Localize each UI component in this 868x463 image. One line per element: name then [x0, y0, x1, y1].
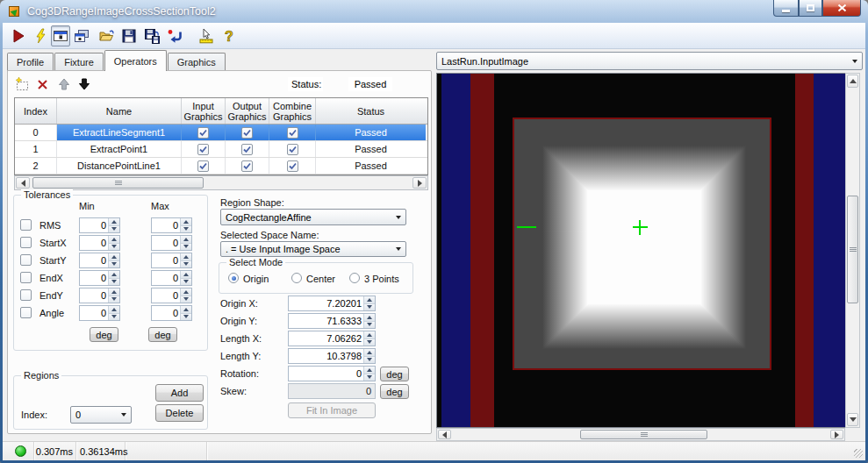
tab-graphics[interactable]: Graphics: [168, 53, 226, 71]
spin-down[interactable]: [181, 296, 191, 303]
starty-max-spinner[interactable]: 0: [151, 253, 192, 268]
scroll-left-button[interactable]: [438, 430, 451, 439]
checkbox-checked[interactable]: [287, 160, 298, 172]
rms-min-spinner[interactable]: 0: [79, 217, 120, 233]
endy-max-spinner[interactable]: 0: [151, 288, 192, 303]
spin-up[interactable]: [181, 236, 191, 243]
region-shape-dropdown[interactable]: CogRectangleAffine: [220, 209, 406, 225]
starty-min-spinner[interactable]: 0: [79, 253, 120, 268]
rotation-spinner[interactable]: 0: [288, 366, 376, 381]
help-button[interactable]: ?: [219, 25, 239, 46]
region-index-dropdown[interactable]: 0: [70, 406, 132, 424]
checkbox-checked[interactable]: [241, 160, 253, 172]
scroll-up-button[interactable]: [847, 75, 858, 88]
angle-min-spinner[interactable]: 0: [79, 305, 120, 321]
rms-max-spinner[interactable]: 0: [151, 217, 192, 233]
max-deg-button[interactable]: deg: [148, 327, 177, 342]
tab-fixture[interactable]: Fixture: [54, 53, 104, 71]
spin-up[interactable]: [181, 218, 191, 225]
angle-checkbox[interactable]: [20, 307, 32, 318]
table-scrollbar[interactable]: [14, 175, 428, 190]
scrollbar-thumb[interactable]: [580, 430, 707, 439]
reset-button[interactable]: [165, 25, 184, 46]
col-combine-graphics[interactable]: Combine Graphics: [269, 98, 316, 124]
resize-grip[interactable]: [854, 449, 863, 458]
add-region-button[interactable]: Add: [155, 384, 204, 402]
endy-min-spinner[interactable]: 0: [79, 288, 120, 303]
origin-radio[interactable]: [228, 273, 239, 283]
image-source-dropdown[interactable]: LastRun.InputImage: [436, 52, 863, 70]
starty-checkbox[interactable]: [20, 254, 32, 266]
electric-trigger-button[interactable]: [32, 25, 51, 46]
image-h-scrollbar[interactable]: [436, 428, 845, 441]
table-row[interactable]: 0 ExtractLineSegment1 Passed: [15, 125, 427, 141]
spin-up[interactable]: [109, 218, 119, 225]
spin-down[interactable]: [364, 321, 375, 329]
spin-up[interactable]: [364, 331, 375, 338]
move-down-button[interactable]: [75, 75, 93, 93]
table-row[interactable]: 2 DistancePointLine1 Passed: [15, 158, 427, 175]
checkbox-checked[interactable]: [241, 144, 253, 155]
region-rectangle-graphic[interactable]: [513, 118, 771, 370]
spin-down[interactable]: [364, 303, 375, 311]
spin-down[interactable]: [181, 243, 191, 251]
col-input-graphics[interactable]: Input Graphics: [182, 98, 226, 124]
spin-up[interactable]: [364, 349, 375, 356]
origin-x-spinner[interactable]: 7.20201: [288, 296, 376, 311]
title-bar[interactable]: Cog3DRangeImageCrossSectionTool2: [0, 0, 868, 23]
min-deg-button[interactable]: deg: [90, 327, 118, 342]
spin-down[interactable]: [181, 225, 191, 233]
show-current-params-button[interactable]: [51, 25, 70, 46]
spin-down[interactable]: [109, 243, 119, 251]
col-status[interactable]: Status: [316, 98, 426, 124]
spin-down[interactable]: [364, 338, 375, 346]
spin-up[interactable]: [181, 306, 191, 313]
endx-min-spinner[interactable]: 0: [79, 270, 120, 286]
spin-down[interactable]: [364, 356, 375, 364]
spin-down[interactable]: [181, 278, 191, 286]
spin-up[interactable]: [181, 253, 191, 260]
image-viewport[interactable]: [436, 73, 845, 428]
startx-max-spinner[interactable]: 0: [151, 235, 192, 251]
table-row[interactable]: 1 ExtractPoint1 Passed: [15, 141, 427, 158]
run-button[interactable]: [9, 25, 28, 46]
add-operator-button[interactable]: [13, 75, 31, 93]
spin-up[interactable]: [181, 271, 191, 278]
spin-up[interactable]: [109, 271, 119, 278]
checkbox-checked[interactable]: [241, 127, 253, 139]
col-name[interactable]: Name: [57, 98, 182, 124]
scroll-right-button[interactable]: [830, 430, 843, 439]
delete-operator-button[interactable]: [34, 75, 52, 93]
startx-min-spinner[interactable]: 0: [79, 235, 120, 251]
spin-down[interactable]: [109, 260, 119, 268]
rms-checkbox[interactable]: [20, 219, 32, 231]
rotation-deg-button[interactable]: deg: [380, 367, 409, 381]
spin-down[interactable]: [181, 260, 191, 268]
checkbox-checked[interactable]: [287, 127, 298, 139]
spin-down[interactable]: [109, 278, 119, 286]
scrollbar-thumb[interactable]: [847, 196, 858, 303]
spin-down[interactable]: [364, 374, 375, 381]
spin-down[interactable]: [109, 313, 119, 321]
move-up-button[interactable]: [55, 75, 73, 93]
fit-in-image-button[interactable]: Fit In Image: [288, 402, 376, 418]
space-name-dropdown[interactable]: . = Use Input Image Space: [220, 241, 406, 257]
col-output-graphics[interactable]: Output Graphics: [226, 98, 269, 124]
scroll-right-button[interactable]: [412, 177, 427, 189]
checkbox-checked[interactable]: [287, 144, 298, 155]
endx-checkbox[interactable]: [20, 272, 32, 283]
delete-region-button[interactable]: Delete: [155, 404, 204, 422]
maximize-button[interactable]: [799, 0, 822, 17]
spin-up[interactable]: [109, 288, 119, 296]
open-button[interactable]: [97, 25, 116, 46]
length-x-spinner[interactable]: 7.06262: [288, 331, 376, 346]
col-index[interactable]: Index: [15, 98, 57, 124]
measure-tools-button[interactable]: [197, 25, 216, 46]
spin-up[interactable]: [364, 367, 375, 374]
spin-down[interactable]: [109, 225, 119, 233]
tab-profile[interactable]: Profile: [7, 53, 54, 71]
length-y-spinner[interactable]: 10.3798: [288, 348, 376, 364]
checkbox-checked[interactable]: [197, 127, 209, 139]
float-window-button[interactable]: [72, 25, 91, 46]
endx-max-spinner[interactable]: 0: [151, 270, 192, 286]
